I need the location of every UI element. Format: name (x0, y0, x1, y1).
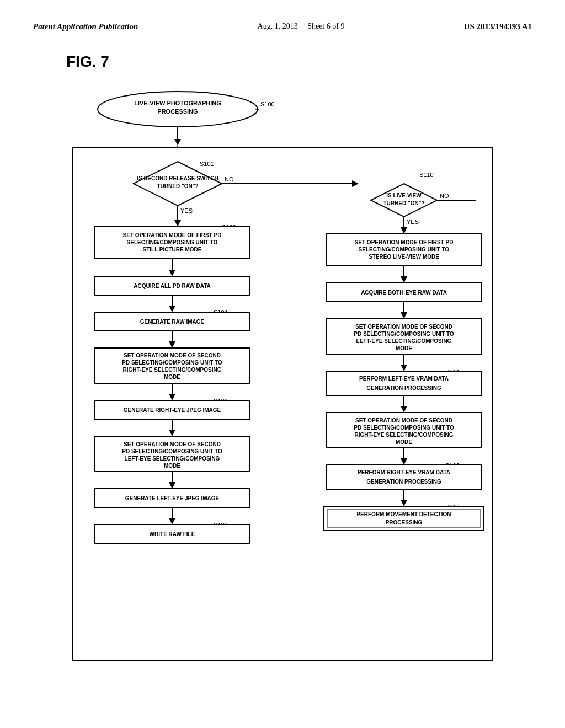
svg-text:SET OPERATION MODE OF SECOND: SET OPERATION MODE OF SECOND (124, 441, 221, 447)
svg-text:STEREO LIVE-VIEW MODE: STEREO LIVE-VIEW MODE (369, 254, 439, 260)
svg-marker-24 (169, 270, 175, 276)
svg-text:MODE: MODE (396, 439, 412, 445)
svg-text:RIGHT-EYE SELECTING/COMPOSING: RIGHT-EYE SELECTING/COMPOSING (355, 432, 454, 438)
svg-marker-112 (401, 500, 407, 506)
svg-text:YES: YES (180, 207, 193, 214)
page-header: Patent Application Publication Aug. 1, 2… (33, 22, 532, 36)
patent-number: US 2013/194393 A1 (464, 22, 532, 31)
svg-marker-79 (401, 276, 407, 283)
svg-text:PD SELECTING/COMPOSING UNIT TO: PD SELECTING/COMPOSING UNIT TO (122, 448, 222, 454)
flowchart: LIVE-VIEW PHOTOGRAPHING PROCESSING S100 … (40, 82, 525, 679)
svg-text:TURNED "ON"?: TURNED "ON"? (157, 183, 198, 189)
page: Patent Application Publication Aug. 1, 2… (0, 0, 565, 728)
svg-marker-92 (401, 365, 407, 371)
svg-text:SET OPERATION MODE OF SECOND: SET OPERATION MODE OF SECOND (124, 352, 221, 358)
svg-text:S100: S100 (260, 101, 275, 108)
svg-rect-108 (327, 465, 481, 489)
svg-marker-6 (174, 139, 181, 146)
svg-marker-47 (169, 430, 175, 436)
svg-text:GENERATE RIGHT-EYE JPEG IMAGE: GENERATE RIGHT-EYE JPEG IMAGE (124, 407, 221, 413)
svg-marker-14 (352, 180, 359, 187)
header-center: Aug. 1, 2013 Sheet 6 of 9 (258, 22, 345, 31)
svg-marker-98 (401, 406, 407, 413)
svg-text:PROCESSING: PROCESSING (157, 108, 198, 115)
svg-text:GENERATION PROCESSING: GENERATION PROCESSING (366, 479, 441, 485)
svg-text:GENERATE RAW IMAGE: GENERATE RAW IMAGE (140, 319, 205, 325)
flowchart-svg: LIVE-VIEW PHOTOGRAPHING PROCESSING S100 … (40, 82, 525, 677)
svg-marker-84 (401, 312, 407, 319)
svg-text:S101: S101 (200, 160, 214, 167)
publication-date: Aug. 1, 2013 (258, 22, 298, 30)
svg-text:PERFORM LEFT-EYE VRAM DATA: PERFORM LEFT-EYE VRAM DATA (359, 376, 449, 382)
svg-marker-72 (401, 227, 407, 234)
svg-text:SELECTING/COMPOSING UNIT TO: SELECTING/COMPOSING UNIT TO (127, 239, 218, 245)
svg-text:LEFT-EYE SELECTING/COMPOSING: LEFT-EYE SELECTING/COMPOSING (356, 338, 452, 344)
svg-text:ACQUIRE BOTH-EYE RAW DATA: ACQUIRE BOTH-EYE RAW DATA (361, 290, 447, 296)
svg-text:LIVE-VIEW PHOTOGRAPHING: LIVE-VIEW PHOTOGRAPHING (134, 100, 221, 106)
svg-text:PERFORM RIGHT-EYE VRAM DATA: PERFORM RIGHT-EYE VRAM DATA (358, 469, 450, 475)
svg-text:PD SELECTING/COMPOSING UNIT TO: PD SELECTING/COMPOSING UNIT TO (354, 425, 454, 431)
svg-text:MODE: MODE (164, 463, 180, 469)
svg-text:PROCESSING: PROCESSING (386, 520, 423, 526)
svg-text:STILL PICTURE MODE: STILL PICTURE MODE (142, 247, 201, 253)
svg-text:WRITE RAW FILE: WRITE RAW FILE (150, 531, 195, 537)
svg-text:IS SECOND RELEASE SWITCH: IS SECOND RELEASE SWITCH (137, 175, 218, 181)
svg-text:NO: NO (225, 176, 234, 183)
svg-text:SET OPERATION MODE OF FIRST PD: SET OPERATION MODE OF FIRST PD (355, 239, 454, 245)
svg-text:SET OPERATION MODE OF SECOND: SET OPERATION MODE OF SECOND (355, 417, 452, 424)
svg-text:MODE: MODE (396, 345, 412, 351)
svg-marker-29 (169, 306, 175, 312)
publication-title: Patent Application Publication (33, 22, 138, 31)
svg-marker-106 (401, 458, 407, 465)
svg-text:NO: NO (440, 192, 449, 199)
svg-marker-34 (169, 341, 175, 348)
svg-text:S110: S110 (419, 172, 434, 178)
svg-marker-42 (169, 394, 175, 400)
svg-marker-17 (174, 220, 181, 227)
sheet-info: Sheet 6 of 9 (307, 22, 344, 30)
svg-text:SET OPERATION MODE OF SECOND: SET OPERATION MODE OF SECOND (355, 324, 452, 330)
svg-marker-60 (169, 518, 175, 524)
svg-text:PERFORM MOVEMENT DETECTION: PERFORM MOVEMENT DETECTION (356, 511, 451, 517)
figure-label: FIG. 7 (66, 53, 532, 71)
svg-text:IS LIVE-VIEW: IS LIVE-VIEW (386, 192, 422, 199)
svg-text:GENERATION PROCESSING: GENERATION PROCESSING (366, 385, 441, 391)
svg-marker-55 (169, 482, 175, 489)
svg-text:GENERATE LEFT-EYE JPEG IMAGE: GENERATE LEFT-EYE JPEG IMAGE (125, 495, 220, 501)
svg-text:PD SELECTING/COMPOSING UNIT TO: PD SELECTING/COMPOSING UNIT TO (122, 360, 222, 366)
svg-text:PD SELECTING/COMPOSING UNIT TO: PD SELECTING/COMPOSING UNIT TO (354, 331, 454, 337)
svg-text:YES: YES (407, 218, 419, 225)
svg-text:RIGHT-EYE SELECTING/COMPOSING: RIGHT-EYE SELECTING/COMPOSING (123, 367, 222, 373)
svg-text:ACQUIRE ALL PD RAW DATA: ACQUIRE ALL PD RAW DATA (134, 283, 211, 289)
svg-text:SET OPERATION MODE OF FIRST PD: SET OPERATION MODE OF FIRST PD (123, 232, 222, 238)
svg-text:SELECTING/COMPOSING UNIT TO: SELECTING/COMPOSING UNIT TO (359, 247, 450, 253)
svg-text:TURNED "ON"?: TURNED "ON"? (383, 200, 424, 206)
svg-text:LEFT-EYE SELECTING/COMPOSING: LEFT-EYE SELECTING/COMPOSING (125, 456, 220, 462)
svg-text:MODE: MODE (164, 374, 180, 380)
svg-rect-94 (327, 371, 481, 395)
